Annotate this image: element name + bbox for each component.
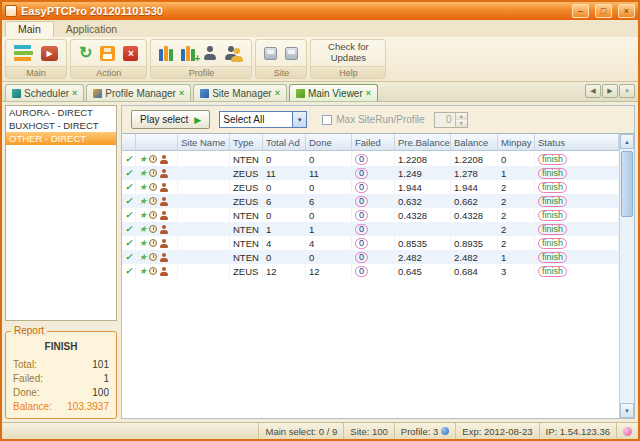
check-for-updates-button[interactable]: Check for Updates <box>319 42 377 64</box>
cell-type: NTEN <box>230 152 263 166</box>
cell-balance: 2.482 <box>451 250 498 264</box>
doc-tab-site-manager[interactable]: Site Manager <box>193 84 287 101</box>
app-window: EasyPTCPro 201201101530 – □ × Main Appli… <box>0 0 640 441</box>
cell-site-name <box>178 152 230 166</box>
tab-close-icon[interactable] <box>72 89 77 98</box>
profile-list-item-selected[interactable]: OTHER - DIRECT <box>6 132 116 145</box>
person-icon <box>159 239 168 248</box>
cell-minpay: 1 <box>498 250 535 264</box>
profile-list-item[interactable]: AURORA - DIRECT <box>6 106 116 119</box>
column-header-balance[interactable]: Balance <box>451 134 498 150</box>
column-header[interactable] <box>122 134 136 150</box>
max-siterun-checkbox[interactable] <box>322 115 332 125</box>
play-icon <box>194 115 201 125</box>
ribbon-tab-application[interactable]: Application <box>54 22 129 37</box>
star-icon <box>139 154 147 164</box>
tab-close-icon[interactable] <box>366 89 371 98</box>
profile-list-item[interactable]: BUXHOST - DIRECT <box>6 119 116 132</box>
tabs-close-icon[interactable]: × <box>619 84 635 98</box>
column-header[interactable] <box>136 134 178 150</box>
vertical-scrollbar[interactable] <box>619 134 634 418</box>
column-header-minpay[interactable]: Minpay <box>498 134 535 150</box>
tabs-scroll-right-icon[interactable]: ▶ <box>602 84 618 98</box>
cell-failed: 0 <box>355 182 368 193</box>
column-header-status[interactable]: Status <box>535 134 619 150</box>
clock-icon <box>149 225 157 233</box>
profile-library-icon[interactable] <box>159 46 173 61</box>
site-tool-icon-1[interactable] <box>264 47 277 60</box>
ribbon-tab-main[interactable]: Main <box>5 21 54 37</box>
report-label: Balance: <box>13 400 52 414</box>
table-row[interactable]: ZEUS 12 12 0 0.645 0.684 3 finish <box>122 264 619 278</box>
refresh-icon[interactable] <box>79 45 92 61</box>
queue-list-icon[interactable] <box>14 45 33 61</box>
clock-icon <box>149 169 157 177</box>
run-all-icon[interactable] <box>41 46 58 61</box>
scroll-down-icon[interactable] <box>620 403 634 418</box>
column-header-total-ad[interactable]: Total Ad <box>263 134 306 150</box>
cell-balance: 0.8935 <box>451 236 498 250</box>
ribbon-group-caption: Site <box>256 66 306 78</box>
table-row[interactable]: NTEN 0 0 0 2.482 2.482 1 finish <box>122 250 619 264</box>
cell-pre-balance: 1.944 <box>395 180 451 194</box>
table-row[interactable]: ZEUS 6 6 0 0.632 0.662 2 finish <box>122 194 619 208</box>
save-icon[interactable] <box>100 46 115 61</box>
scroll-up-icon[interactable] <box>620 134 634 149</box>
ribbon-group-action: Action <box>70 39 147 79</box>
ribbon-group-help: Check for Updates Help <box>310 39 386 79</box>
person-icon <box>159 155 168 164</box>
cell-done: 11 <box>306 166 352 180</box>
cell-done: 0 <box>306 152 352 166</box>
play-select-button[interactable]: Play select <box>131 110 210 129</box>
cell-site-name <box>178 180 230 194</box>
star-icon <box>139 196 147 206</box>
status-ip: IP: 1.54.123.36 <box>540 423 617 439</box>
status-main-select: Main select: 0 / 9 <box>259 423 344 439</box>
table-row[interactable]: ZEUS 11 11 0 1.249 1.278 1 finish <box>122 166 619 180</box>
cell-status: finish <box>538 210 567 221</box>
scrollbar-thumb[interactable] <box>621 151 633 217</box>
users-group-icon[interactable] <box>224 46 243 61</box>
cell-pre-balance: 2.482 <box>395 250 451 264</box>
main-toolbar: Play select Select All Max SiteRun/Profi… <box>122 106 634 133</box>
profile-list: AURORA - DIRECT BUXHOST - DIRECT OTHER -… <box>5 105 117 321</box>
tab-close-icon[interactable] <box>275 89 280 98</box>
table-row[interactable]: NTEN 1 1 0 2 finish <box>122 222 619 236</box>
site-tool-icon-2[interactable] <box>285 47 298 60</box>
tabs-scroll-left-icon[interactable]: ◀ <box>585 84 601 98</box>
ribbon-tab-strip: Main Application <box>2 20 638 37</box>
table-row[interactable]: NTEN 4 4 0 0.8535 0.8935 2 finish <box>122 236 619 250</box>
star-icon <box>139 168 147 178</box>
tab-close-icon[interactable] <box>179 89 184 98</box>
delete-icon[interactable] <box>123 46 138 61</box>
column-header-type[interactable]: Type <box>230 134 263 150</box>
cell-failed: 0 <box>355 252 368 263</box>
maximize-button[interactable]: □ <box>595 4 612 18</box>
person-icon <box>159 211 168 220</box>
doc-tab-main-viewer[interactable]: Main Viewer <box>289 84 378 101</box>
cell-balance: 0.662 <box>451 194 498 208</box>
ribbon-group-caption: Profile <box>151 66 251 78</box>
table-row[interactable]: NTEN 0 0 0 0.4328 0.4328 2 finish <box>122 208 619 222</box>
report-value: 100 <box>92 386 109 400</box>
column-header-done[interactable]: Done <box>306 134 352 150</box>
doc-tab-scheduler[interactable]: Scheduler <box>5 84 84 101</box>
column-header-pre-balance[interactable]: Pre.Balance <box>395 134 451 150</box>
cell-type: NTEN <box>230 222 263 236</box>
table-row[interactable]: NTEN 0 0 0 1.2208 1.2208 0 finish <box>122 152 619 166</box>
user-icon[interactable] <box>203 46 216 60</box>
clock-icon <box>149 267 157 275</box>
close-button[interactable]: × <box>618 4 635 18</box>
cell-minpay: 1 <box>498 166 535 180</box>
doc-tab-profile-manager[interactable]: Profile Manager <box>86 84 191 101</box>
column-header-site-name[interactable]: Site Name <box>178 134 230 150</box>
column-header-failed[interactable]: Failed <box>352 134 395 150</box>
minimize-button[interactable]: – <box>572 4 589 18</box>
chevron-down-icon[interactable] <box>292 112 306 127</box>
cell-type: ZEUS <box>230 166 263 180</box>
play-select-label: Play select <box>140 114 188 125</box>
add-profile-icon[interactable] <box>181 46 195 61</box>
table-body: NTEN 0 0 0 1.2208 1.2208 0 finish ZEUS 1… <box>122 152 619 418</box>
select-mode-dropdown[interactable]: Select All <box>219 111 307 128</box>
table-row[interactable]: ZEUS 0 0 0 1.944 1.944 2 finish <box>122 180 619 194</box>
